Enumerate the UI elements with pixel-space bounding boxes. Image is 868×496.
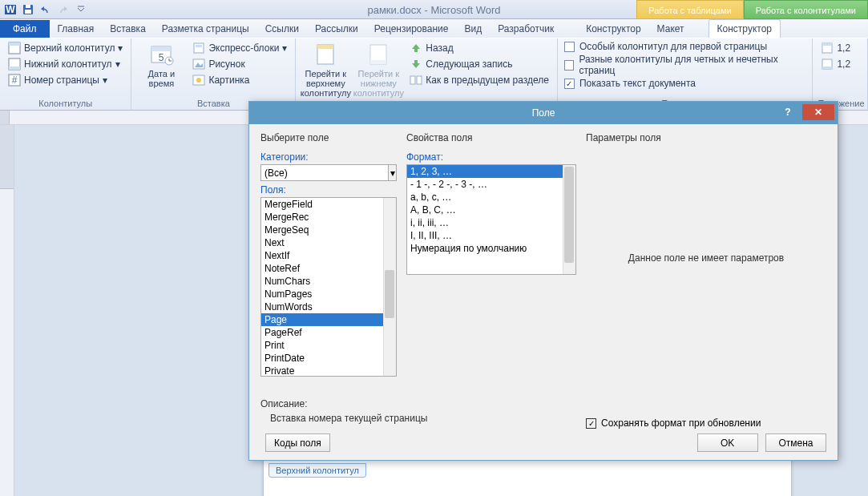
footer-icon [8, 58, 21, 71]
cancel-button[interactable]: Отмена [765, 433, 826, 452]
format-item[interactable]: I, II, III, … [407, 229, 575, 242]
svg-rect-19 [196, 45, 202, 47]
svg-rect-13 [151, 46, 171, 51]
contextual-tabs: Работа с таблицами Работа с колонтитулам… [636, 0, 868, 19]
svg-rect-28 [410, 76, 415, 84]
pagenum-button[interactable]: #Номер страницы▾ [5, 72, 126, 88]
svg-rect-27 [370, 60, 386, 64]
ribbon-tabs: Файл Главная Вставка Разметка страницы С… [0, 19, 868, 38]
checkbox-icon [564, 42, 575, 52]
header-button[interactable]: Верхний колонтитул▾ [5, 40, 126, 56]
chevron-down-icon[interactable]: ▾ [388, 164, 397, 181]
field-item[interactable]: NumWords [261, 300, 396, 313]
field-item[interactable]: NumChars [261, 275, 396, 288]
nav-next-button[interactable]: Следующая запись [406, 56, 552, 72]
vertical-ruler[interactable] [0, 125, 14, 496]
link-icon [410, 74, 422, 87]
format-item[interactable]: 1, 2, 3, … [407, 165, 575, 178]
goto-footer-button[interactable]: Перейти к нижнему колонтитулу [353, 40, 403, 99]
scrollbar[interactable] [383, 198, 396, 376]
opt-oddeven-checkbox[interactable]: Разные колонтитулы для четных и нечетных… [563, 53, 808, 77]
format-item[interactable]: a, b, c, … [407, 191, 575, 204]
fields-label: Поля: [260, 184, 397, 196]
format-item[interactable]: A, B, C, … [407, 204, 575, 216]
field-item[interactable]: NextIf [261, 249, 396, 262]
field-item[interactable]: Next [261, 236, 396, 249]
ok-button[interactable]: OK [697, 433, 758, 452]
opt-showdoc-checkbox[interactable]: ✓Показать текст документа [563, 77, 808, 90]
svg-text:5: 5 [159, 52, 164, 63]
field-item[interactable]: Private [261, 365, 396, 377]
format-item[interactable]: i, ii, iii, … [407, 216, 575, 229]
close-button[interactable]: ✕ [802, 104, 834, 120]
ruler-bottom-icon [821, 58, 834, 71]
footer-button[interactable]: Нижний колонтитул▾ [5, 56, 126, 72]
clipart-button[interactable]: Картинка [189, 72, 290, 88]
description-label: Описание: [260, 398, 427, 409]
tab-layout[interactable]: Разметка страницы [154, 20, 257, 38]
context-tab-headerfooter: Работа с колонтитулами [744, 0, 868, 19]
quickparts-button[interactable]: Экспресс-блоки▾ [189, 40, 290, 56]
fieldcodes-button[interactable]: Коды поля [265, 433, 330, 452]
ribbon: Верхний колонтитул▾ Нижний колонтитул▾ #… [0, 38, 868, 111]
section-choose-field: Выберите поле [260, 132, 397, 143]
calendar-icon: 5 [148, 42, 174, 67]
format-item[interactable]: Нумерация по умолчанию [407, 242, 575, 255]
description-text: Вставка номера текущей страницы [270, 413, 427, 424]
ruler-top-icon [821, 42, 834, 54]
tab-hf-design[interactable]: Конструктор [709, 19, 781, 38]
fields-listbox[interactable]: MergeFieldMergeRecMergeSeqNextNextIfNote… [260, 197, 397, 377]
link-previous-button[interactable]: Как в предыдущем разделе [406, 72, 552, 88]
categories-dropdown[interactable]: ▾ [260, 164, 397, 181]
chevron-down-icon: ▾ [115, 58, 120, 70]
scrollbar[interactable] [563, 165, 575, 274]
chevron-down-icon: ▾ [282, 42, 287, 54]
format-listbox[interactable]: 1, 2, 3, …- 1 -, - 2 -, - 3 -, …a, b, c,… [406, 164, 576, 275]
help-button[interactable]: ? [778, 104, 797, 120]
preserve-format-checkbox[interactable]: ✓ Сохранять формат при обновлении [586, 417, 826, 429]
tab-table-layout[interactable]: Макет [649, 20, 692, 38]
redo-icon[interactable] [56, 2, 71, 17]
datetime-button[interactable]: 5 Дата и время [136, 40, 186, 90]
tab-home[interactable]: Главная [50, 20, 103, 38]
section-field-params: Параметры поля [586, 132, 826, 143]
field-item[interactable]: Print [261, 339, 396, 352]
tab-mail[interactable]: Рассылки [307, 20, 366, 38]
tab-file[interactable]: Файл [0, 20, 50, 38]
section-field-props: Свойства поля [406, 132, 576, 143]
qat-customize-icon[interactable] [74, 2, 88, 17]
tab-table-design[interactable]: Конструктор [578, 20, 648, 38]
field-item[interactable]: NoteRef [261, 262, 396, 275]
svg-rect-4 [25, 10, 31, 14]
pos-top-input[interactable]: 1,2 [818, 40, 854, 56]
field-item[interactable]: MergeSeq [261, 224, 396, 236]
nav-back-button[interactable]: Назад [406, 40, 552, 56]
goto-footer-icon [365, 42, 391, 67]
field-item[interactable]: PageRef [261, 326, 396, 339]
save-icon[interactable] [21, 2, 35, 17]
group-insert: 5 Дата и время Экспресс-блоки▾ Рисунок К… [131, 38, 296, 110]
categories-value[interactable] [260, 164, 388, 181]
opt-firstpage-checkbox[interactable]: Особый колонтитул для первой страницы [563, 40, 808, 53]
undo-icon[interactable] [38, 2, 53, 17]
tab-dev[interactable]: Разработчик [490, 20, 562, 38]
clipart-icon [192, 74, 205, 87]
group-position: 1,2 1,2 Положение [813, 38, 868, 110]
tab-review[interactable]: Рецензирование [366, 20, 457, 38]
quickparts-icon [192, 42, 205, 54]
dialog-titlebar[interactable]: Поле ? ✕ [249, 102, 838, 124]
goto-header-button[interactable]: Перейти к верхнему колонтитулу [301, 40, 350, 99]
tab-refs[interactable]: Ссылки [257, 20, 307, 38]
picture-button[interactable]: Рисунок [189, 56, 290, 72]
pos-bottom-input[interactable]: 1,2 [818, 56, 854, 72]
field-item[interactable]: MergeField [261, 198, 396, 211]
svg-text:W: W [6, 4, 15, 15]
field-item[interactable]: Page [261, 313, 396, 326]
tab-insert[interactable]: Вставка [102, 20, 154, 38]
format-item[interactable]: - 1 -, - 2 -, - 3 -, … [407, 178, 575, 191]
field-item[interactable]: MergeRec [261, 211, 396, 224]
field-item[interactable]: PrintDate [261, 352, 396, 365]
field-item[interactable]: NumPages [261, 288, 396, 300]
tab-view[interactable]: Вид [456, 20, 490, 38]
no-params-text: Данное поле не имеет параметров [586, 252, 826, 264]
